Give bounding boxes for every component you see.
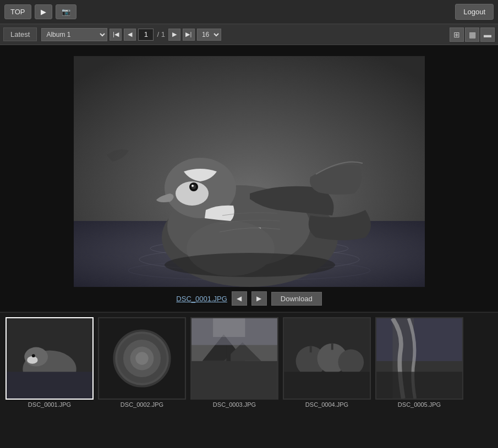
thumbnail-item[interactable]: DSC_0005.JPG bbox=[375, 317, 463, 408]
latest-label: Latest bbox=[3, 27, 37, 41]
thumbnail-item[interactable]: DSC_0003.JPG bbox=[190, 317, 278, 408]
list-view-button[interactable]: ▬ bbox=[480, 27, 495, 42]
album-select[interactable]: Album 1 Album 2 bbox=[41, 28, 107, 41]
thumbnail-image-wrap bbox=[375, 317, 463, 400]
thumbnail-label: DSC_0001.JPG bbox=[28, 401, 71, 408]
svg-rect-41 bbox=[376, 318, 462, 361]
svg-point-16 bbox=[24, 347, 48, 367]
play-button[interactable]: ▶ bbox=[35, 4, 52, 19]
first-page-button[interactable]: |◀ bbox=[110, 29, 122, 41]
logout-button[interactable]: Logout bbox=[455, 4, 494, 20]
prev-page-button[interactable]: ◀ bbox=[124, 29, 136, 41]
last-page-button[interactable]: ▶| bbox=[183, 29, 195, 41]
svg-rect-30 bbox=[226, 345, 231, 361]
svg-point-13 bbox=[165, 253, 335, 277]
top-nav-bar: TOP ▶ 📷 Logout bbox=[0, 0, 498, 24]
page-input[interactable]: 1 bbox=[138, 29, 154, 41]
prev-page-icon: ◀ bbox=[128, 31, 132, 38]
svg-point-24 bbox=[135, 352, 148, 364]
thumbnail-strip: DSC_0001.JPGDSC_0002.JPGDSC_0003.JPGDSC_… bbox=[0, 312, 498, 412]
main-image bbox=[74, 56, 425, 287]
svg-point-17 bbox=[27, 356, 37, 364]
prev-image-icon: ◀ bbox=[237, 295, 242, 302]
grid-view-button[interactable]: ⊞ bbox=[450, 27, 464, 42]
thumbnail-label: DSC_0005.JPG bbox=[398, 401, 441, 408]
download-button[interactable]: Download bbox=[271, 292, 322, 306]
svg-point-36 bbox=[338, 349, 364, 375]
medium-view-button[interactable]: ▦ bbox=[465, 27, 479, 42]
thumbnail-image-wrap bbox=[283, 317, 371, 400]
prev-image-button[interactable]: ◀ bbox=[232, 291, 247, 306]
next-image-icon: ▶ bbox=[256, 295, 261, 302]
play-icon: ▶ bbox=[41, 8, 46, 16]
view-buttons: ⊞ ▦ ▬ bbox=[450, 27, 495, 42]
main-image-area: DSC_0001.JPG ◀ ▶ Download bbox=[0, 45, 498, 311]
thumbnail-label: DSC_0003.JPG bbox=[213, 401, 256, 408]
per-page-select[interactable]: 16 32 64 bbox=[197, 29, 221, 41]
svg-rect-37 bbox=[310, 346, 312, 353]
svg-point-18 bbox=[32, 354, 35, 357]
image-filename-link[interactable]: DSC_0001.JPG bbox=[176, 295, 227, 303]
thumbnail-label: DSC_0002.JPG bbox=[121, 401, 163, 408]
camera-button[interactable]: 📷 bbox=[56, 4, 76, 19]
next-page-icon: ▶ bbox=[172, 31, 177, 38]
thumbnail-item[interactable]: DSC_0004.JPG bbox=[283, 317, 371, 408]
thumbnail-image-wrap bbox=[190, 317, 278, 400]
camera-icon: 📷 bbox=[62, 8, 70, 16]
svg-rect-19 bbox=[7, 372, 92, 399]
top-button[interactable]: TOP bbox=[4, 4, 31, 19]
toolbar: Latest Album 1 Album 2 |◀ ◀ 1 / 1 ▶ ▶| 1… bbox=[0, 24, 498, 45]
first-page-icon: |◀ bbox=[113, 31, 119, 38]
svg-rect-43 bbox=[376, 372, 462, 399]
thumbnail-item[interactable]: DSC_0001.JPG bbox=[6, 317, 94, 408]
svg-point-11 bbox=[191, 185, 194, 187]
svg-rect-38 bbox=[331, 344, 333, 350]
grid3-icon: ⊞ bbox=[453, 30, 460, 39]
next-image-button[interactable]: ▶ bbox=[251, 291, 267, 306]
svg-rect-27 bbox=[191, 361, 277, 399]
thumbnail-item[interactable]: DSC_0002.JPG bbox=[98, 317, 186, 408]
grid2-icon: ▦ bbox=[469, 30, 476, 39]
next-page-button[interactable]: ▶ bbox=[168, 29, 180, 41]
thumbnail-image-wrap bbox=[98, 317, 186, 400]
list-icon: ▬ bbox=[484, 30, 491, 39]
page-total: / 1 bbox=[157, 30, 165, 38]
svg-rect-32 bbox=[213, 318, 245, 337]
thumbnail-label: DSC_0004.JPG bbox=[305, 401, 348, 408]
svg-rect-39 bbox=[284, 372, 370, 399]
last-page-icon: ▶| bbox=[185, 31, 191, 38]
image-controls: DSC_0001.JPG ◀ ▶ Download bbox=[176, 291, 321, 306]
thumbnail-image-wrap bbox=[6, 317, 94, 400]
